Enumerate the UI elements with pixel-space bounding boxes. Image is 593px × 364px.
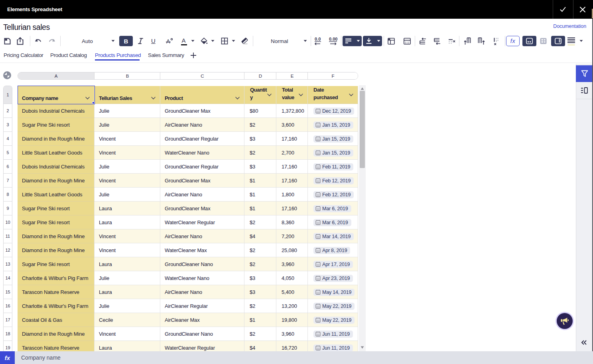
svg-text:0.0: 0.0	[315, 37, 321, 41]
svg-text:0.00: 0.00	[329, 37, 337, 41]
svg-text:A: A	[182, 37, 186, 44]
svg-text:A: A	[166, 38, 170, 45]
